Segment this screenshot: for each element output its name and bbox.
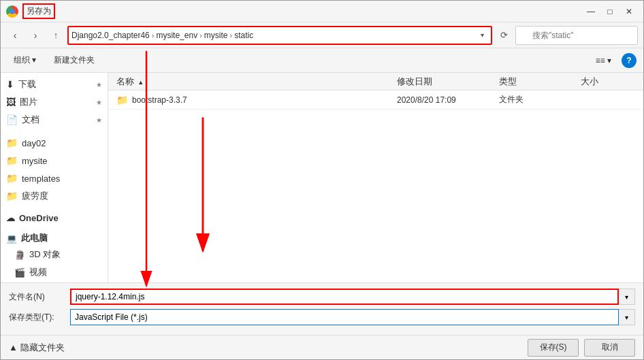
- address-bar[interactable]: Django2.0_chapter46 › mysite_env › mysit…: [67, 26, 492, 45]
- sidebar-item-templates[interactable]: 📁 templates: [1, 169, 108, 187]
- empty-area: [108, 110, 643, 282]
- column-size[interactable]: 大小: [581, 76, 635, 88]
- help-button[interactable]: ?: [622, 53, 637, 68]
- toolbar: 组织 ▾ 新建文件夹 ≡≡ ▾ ?: [1, 48, 643, 73]
- path-segment-4[interactable]: static: [234, 31, 253, 40]
- view-button[interactable]: ≡≡ ▾: [591, 52, 616, 69]
- path-segment-3[interactable]: mysite: [204, 31, 228, 40]
- pc-icon: 💻: [6, 233, 17, 244]
- pin-icon3: ★: [96, 116, 102, 124]
- sidebar: ⬇ 下载 ★ 🖼 图片 ★ 📄 文档 ★ 📁 day02: [1, 73, 108, 282]
- sidebar-item-3d[interactable]: 🗿 3D 对象: [1, 246, 108, 263]
- sidebar-item-label: 3D 对象: [29, 248, 61, 261]
- section-onedrive: ☁ OneDrive: [1, 210, 108, 225]
- sidebar-item-label: mysite: [22, 156, 48, 166]
- address-path: Django2.0_chapter46 › mysite_env › mysit…: [71, 31, 476, 40]
- cloud-icon: ☁: [6, 213, 15, 223]
- forward-button[interactable]: ›: [27, 27, 44, 44]
- pin-icon2: ★: [96, 99, 102, 106]
- savetype-input[interactable]: [70, 309, 619, 325]
- section-label: OneDrive: [19, 213, 59, 223]
- search-wrapper: 🔍: [515, 26, 638, 45]
- sidebar-item-label: 视频: [29, 266, 47, 278]
- dialog-title: 另存为: [22, 3, 55, 19]
- video-icon: 🎬: [14, 267, 25, 278]
- sidebar-item-pictures[interactable]: 🖼 图片 ★: [1, 93, 108, 111]
- back-button[interactable]: ‹: [6, 27, 24, 44]
- section-label2: 此电脑: [21, 232, 48, 244]
- column-date[interactable]: 修改日期: [397, 76, 499, 88]
- table-row[interactable]: 📁 bootstrap-3.3.7 2020/8/20 17:09 文件夹: [108, 91, 643, 110]
- file-name: bootstrap-3.3.7: [132, 95, 397, 105]
- sidebar-item-label: 图片: [20, 96, 37, 108]
- savetype-label: 保存类型(T):: [9, 312, 70, 323]
- folder-file-icon: 📁: [116, 95, 128, 105]
- triangle-icon: ▲: [9, 342, 18, 353]
- filename-row: 文件名(N) ▾: [9, 289, 635, 305]
- folder-icon3: 📁: [6, 173, 18, 184]
- sidebar-item-downloads[interactable]: ⬇ 下载 ★: [1, 76, 108, 93]
- path-segment-1[interactable]: Django2.0_chapter46: [71, 31, 150, 40]
- bottom-panel: 文件名(N) ▾ 保存类型(T): ▾: [1, 282, 643, 335]
- filename-label: 文件名(N): [9, 291, 70, 303]
- title-bar: 另存为 — □ ✕: [1, 1, 643, 22]
- close-button[interactable]: ✕: [620, 4, 638, 19]
- chrome-icon: [6, 5, 18, 18]
- search-input[interactable]: [515, 26, 638, 45]
- folder-icon: 📁: [6, 137, 18, 148]
- organize-button[interactable]: 组织 ▾: [7, 52, 42, 69]
- sidebar-item-fatigue[interactable]: 📁 疲劳度: [1, 187, 108, 205]
- folder-icon4: 📁: [6, 191, 18, 201]
- pin-icon: ★: [96, 81, 102, 88]
- savetype-row: 保存类型(T): ▾: [9, 309, 635, 325]
- up-button[interactable]: ↑: [47, 27, 65, 44]
- title-bar-controls: — □ ✕: [582, 4, 638, 19]
- maximize-button[interactable]: □: [601, 4, 619, 19]
- documents-icon: 📄: [6, 114, 18, 125]
- footer: ▲ 隐藏文件夹 保存(S) 取消: [1, 335, 643, 359]
- file-list: 名称 ▲ 修改日期 类型 大小 📁 bootstra: [108, 73, 643, 282]
- refresh-button[interactable]: ⟳: [495, 27, 513, 44]
- sidebar-item-mysite[interactable]: 📁 mysite: [1, 152, 108, 169]
- filename-input[interactable]: [70, 289, 619, 305]
- main-content: ⬇ 下载 ★ 🖼 图片 ★ 📄 文档 ★ 📁 day02: [1, 73, 643, 282]
- title-bar-left: 另存为: [6, 3, 55, 19]
- 3d-icon: 🗿: [14, 250, 25, 260]
- minimize-button[interactable]: —: [582, 4, 600, 19]
- filename-dropdown[interactable]: ▾: [619, 289, 635, 305]
- pictures-icon: 🖼: [6, 97, 16, 108]
- sidebar-item-label: 疲劳度: [22, 190, 48, 202]
- hide-files-toggle[interactable]: ▲ 隐藏文件夹: [9, 342, 65, 354]
- sidebar-item-label: day02: [22, 138, 46, 148]
- file-list-header: 名称 ▲ 修改日期 类型 大小: [108, 73, 643, 91]
- hide-files-label: 隐藏文件夹: [20, 342, 65, 354]
- sidebar-item-label: templates: [22, 174, 60, 184]
- download-icon: ⬇: [6, 79, 14, 90]
- sidebar-item-label: 文档: [22, 114, 39, 126]
- section-thispc: 💻 此电脑: [1, 231, 108, 246]
- sort-arrow: ▲: [138, 79, 144, 86]
- sidebar-item-documents[interactable]: 📄 文档 ★: [1, 111, 108, 129]
- new-folder-button[interactable]: 新建文件夹: [48, 52, 101, 69]
- footer-buttons: 保存(S) 取消: [528, 339, 635, 357]
- file-date: 2020/8/20 17:09: [397, 95, 499, 105]
- save-button[interactable]: 保存(S): [528, 339, 579, 357]
- sidebar-item-day02[interactable]: 📁 day02: [1, 134, 108, 152]
- column-name[interactable]: 名称 ▲: [116, 76, 397, 88]
- sidebar-item-label: 下载: [18, 78, 36, 91]
- navigation-bar: ‹ › ↑ Django2.0_chapter46 › mysite_env ›…: [1, 22, 643, 48]
- file-type: 文件夹: [499, 94, 581, 105]
- address-dropdown-arrow[interactable]: ▾: [476, 29, 488, 42]
- savetype-dropdown[interactable]: ▾: [619, 309, 635, 325]
- column-type[interactable]: 类型: [499, 76, 581, 88]
- sidebar-item-videos[interactable]: 🎬 视频: [1, 263, 108, 281]
- path-segment-2[interactable]: mysite_env: [156, 31, 197, 40]
- cancel-button[interactable]: 取消: [584, 339, 635, 357]
- folder-icon2: 📁: [6, 155, 18, 166]
